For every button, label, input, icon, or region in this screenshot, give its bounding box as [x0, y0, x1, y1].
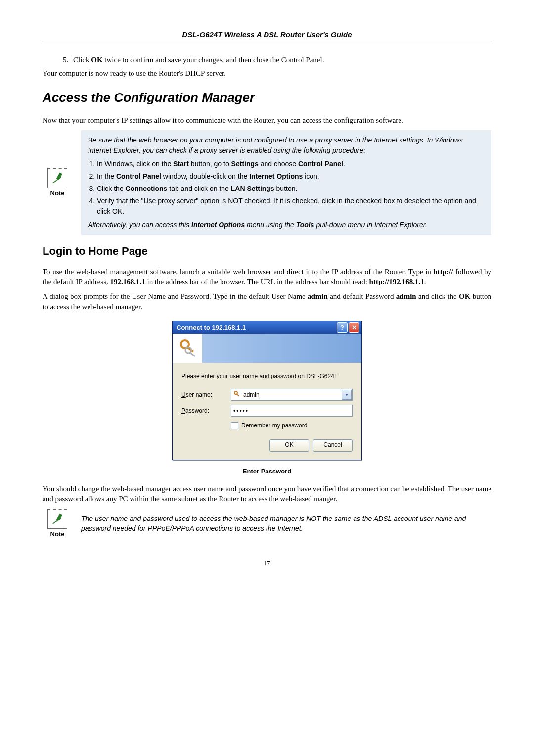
- username-row: User name: admin ▾: [181, 389, 353, 401]
- header-rule: [43, 41, 491, 41]
- step-list: Click OK twice to confirm and save your …: [43, 55, 491, 65]
- note-icon: Note: [43, 168, 72, 198]
- note-icon-graphic: [47, 168, 67, 188]
- login-dialog: Connect to 192.168.1.1 ? ✕ Please enter …: [172, 321, 362, 460]
- login-dialog-figure: Connect to 192.168.1.1 ? ✕ Please enter …: [43, 321, 491, 460]
- note-icon-2: Note: [43, 509, 72, 539]
- page-number: 17: [43, 559, 491, 567]
- help-button[interactable]: ?: [337, 322, 348, 333]
- step5-post: twice to confirm and save your changes, …: [103, 56, 324, 64]
- dialog-banner: [173, 334, 361, 363]
- note-step-1: In Windows, click on the Start button, g…: [97, 159, 485, 169]
- password-row: Password: •••••: [181, 405, 353, 417]
- note-box-credentials: Note The user name and password used to …: [43, 509, 491, 539]
- note-caption-2: Note: [50, 530, 65, 539]
- dialog-title: Connect to 192.168.1.1: [177, 323, 336, 332]
- ok-button[interactable]: OK: [269, 439, 309, 452]
- heading-access-config: Access the Configuration Manager: [43, 89, 491, 106]
- note-credentials-text: The user name and password used to acces…: [81, 514, 491, 534]
- note-caption: Note: [50, 189, 65, 198]
- login-paragraph-2: A dialog box prompts for the User Name a…: [43, 291, 491, 312]
- cancel-button[interactable]: Cancel: [313, 439, 353, 452]
- close-button[interactable]: ✕: [349, 322, 359, 333]
- svg-rect-3: [189, 352, 195, 357]
- note-outro-italic: Alternatively, you can access this Inter…: [88, 220, 485, 230]
- change-password-paragraph: You should change the web-based manager …: [43, 484, 491, 504]
- note-steps: In Windows, click on the Start button, g…: [88, 159, 485, 217]
- note-step-2: In the Control Panel window, double-clic…: [97, 171, 485, 182]
- dialog-prompt: Please enter your user name and password…: [181, 372, 353, 380]
- username-label: User name:: [181, 391, 231, 399]
- password-label: Password:: [181, 407, 231, 415]
- step5-pre: Click: [73, 56, 91, 64]
- note-step-3: Click the Connections tab and click on t…: [97, 184, 485, 194]
- keys-icon: [178, 337, 199, 359]
- login-paragraph-1: To use the web-based management software…: [43, 267, 491, 287]
- note-intro-italic: Be sure that the web browser on your com…: [88, 135, 485, 156]
- note-icon-graphic-2: [47, 509, 67, 529]
- dialog-titlebar[interactable]: Connect to 192.168.1.1 ? ✕: [173, 321, 361, 334]
- after-step-text: Your computer is now ready to use the Ro…: [43, 68, 491, 78]
- password-field[interactable]: •••••: [231, 405, 353, 417]
- username-combobox[interactable]: admin ▾: [231, 389, 353, 401]
- dialog-button-row: OK Cancel: [181, 439, 353, 452]
- intro-paragraph: Now that your computer's IP settings all…: [43, 115, 491, 125]
- note-step-4: Verify that the "Use proxy server" optio…: [97, 196, 485, 217]
- heading-login: Login to Home Page: [43, 244, 491, 259]
- dialog-body: Please enter your user name and password…: [173, 363, 361, 460]
- password-value: •••••: [233, 407, 249, 415]
- chevron-down-icon[interactable]: ▾: [342, 390, 352, 400]
- running-header: DSL-G624T Wireless A DSL Router User's G…: [43, 30, 491, 40]
- username-value: admin: [243, 391, 342, 399]
- remember-checkbox[interactable]: [231, 422, 238, 429]
- step5-bold: OK: [91, 56, 102, 64]
- figure-caption: Enter Password: [43, 467, 491, 476]
- remember-label: Remember my password: [241, 422, 307, 429]
- remember-row: Remember my password: [231, 422, 353, 429]
- note-box-proxy: Note Be sure that the web browser on you…: [43, 130, 491, 235]
- note-content: Be sure that the web browser on your com…: [81, 130, 491, 235]
- svg-rect-5: [236, 394, 239, 396]
- user-key-icon: [233, 390, 241, 399]
- step-5: Click OK twice to confirm and save your …: [70, 55, 491, 65]
